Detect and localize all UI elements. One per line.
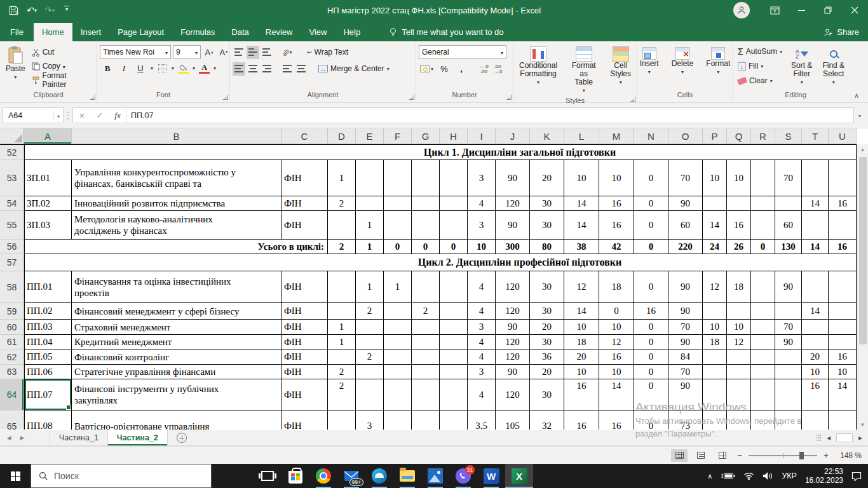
cell-B60[interactable]: Страховий менеджмент — [72, 320, 281, 335]
dialog-launcher-icon[interactable] — [90, 95, 95, 100]
cell-N63[interactable]: 0 — [634, 365, 668, 379]
cell-Q53[interactable]: 10 — [727, 160, 751, 196]
cell-G64[interactable] — [412, 379, 440, 410]
cell-N53[interactable]: 0 — [634, 160, 668, 196]
cell-K56[interactable]: 80 — [530, 240, 564, 254]
sheet-tab-chastyna-2[interactable]: Частина_2 — [108, 430, 168, 445]
cell-C63[interactable]: ФІН — [281, 365, 328, 379]
cell-J60[interactable]: 90 — [496, 320, 530, 335]
cell-M53[interactable]: 10 — [599, 160, 634, 196]
tab-review[interactable]: Review — [257, 23, 301, 41]
cell-I61[interactable]: 4 — [468, 335, 496, 349]
cell-M56[interactable]: 42 — [599, 240, 634, 254]
cell-T63[interactable]: 10 — [802, 365, 829, 379]
column-header-I[interactable]: I — [468, 128, 496, 144]
section-title-52[interactable]: Цикл 1. Дисципліни загальної підготовки — [24, 145, 857, 160]
cell-N58[interactable]: 0 — [634, 271, 668, 303]
cell-F54[interactable] — [384, 196, 412, 211]
cell-G62[interactable] — [412, 349, 440, 365]
cell-R53[interactable] — [751, 160, 775, 196]
font-color-button[interactable]: A — [199, 64, 210, 74]
cell-T53[interactable] — [802, 160, 829, 196]
cell-S62[interactable] — [775, 349, 802, 365]
cell-U63[interactable]: 10 — [829, 365, 857, 379]
cell-H60[interactable] — [440, 320, 468, 335]
sheet-tab-chastyna-1[interactable]: Частина_1 — [50, 430, 108, 445]
cell-L65[interactable]: 16 — [564, 410, 599, 430]
cell-Q55[interactable]: 16 — [727, 211, 751, 240]
cell-E62[interactable]: 2 — [356, 349, 384, 365]
cell-Q58[interactable]: 18 — [727, 271, 751, 303]
cell-I62[interactable]: 4 — [468, 349, 496, 365]
scroll-right-button[interactable] — [855, 435, 865, 441]
cell-O58[interactable]: 90 — [668, 271, 703, 303]
align-left-button[interactable] — [233, 62, 245, 76]
cell-B54[interactable]: Інноваційний розвиток підприємства — [72, 196, 281, 211]
action-center-icon[interactable] — [851, 471, 862, 481]
cell-P59[interactable] — [703, 303, 727, 320]
cell-K62[interactable]: 36 — [530, 349, 564, 365]
cell-C62[interactable]: ФІН — [281, 349, 328, 365]
cell-D59[interactable] — [328, 303, 356, 320]
cell-F56[interactable]: 0 — [384, 240, 412, 254]
cell-J53[interactable]: 90 — [496, 160, 530, 196]
conditional-formatting-button[interactable]: Conditional Formatting — [516, 44, 560, 88]
cell-F64[interactable] — [384, 379, 412, 410]
cell-D56[interactable]: 2 — [328, 240, 356, 254]
cell-K60[interactable]: 20 — [530, 320, 564, 335]
cell-L55[interactable]: 14 — [564, 211, 599, 240]
column-header-D[interactable]: D — [328, 128, 356, 144]
minimize-button[interactable] — [788, 0, 815, 20]
cell-T54[interactable]: 14 — [802, 196, 829, 211]
tab-page-layout[interactable]: Page Layout — [109, 23, 172, 41]
orientation-button[interactable]: ab — [281, 46, 294, 59]
cell-E64[interactable] — [356, 379, 384, 410]
italic-button[interactable]: I — [118, 62, 130, 75]
cell-T64[interactable]: 16 — [802, 379, 829, 410]
cell-E55[interactable]: 1 — [356, 211, 384, 240]
cell-A53[interactable]: ЗП.01 — [24, 160, 72, 196]
bold-button[interactable]: B — [101, 62, 114, 75]
cell-E61[interactable] — [356, 335, 384, 349]
cell-B61[interactable]: Кредитний менеджмент — [72, 335, 281, 349]
column-header-Q[interactable]: Q — [727, 128, 751, 144]
vertical-scroll-thumb[interactable] — [859, 157, 867, 344]
cell-O65[interactable]: 73 — [668, 410, 703, 430]
vertical-scrollbar[interactable] — [857, 144, 868, 430]
cell-M55[interactable]: 16 — [599, 211, 634, 240]
cell-B64[interactable]: Фінансові інструменти у публічних закупі… — [72, 379, 281, 410]
cell-P64[interactable] — [703, 379, 727, 410]
cell-M60[interactable]: 10 — [599, 320, 634, 335]
restore-button[interactable] — [815, 0, 841, 20]
horizontal-scrollbar[interactable] — [817, 430, 868, 445]
cell-I53[interactable]: 3 — [468, 160, 496, 196]
cell-I55[interactable]: 3 — [468, 211, 496, 240]
cell-H53[interactable] — [440, 160, 468, 196]
cell-S63[interactable] — [775, 365, 802, 379]
number-format-combo[interactable]: General — [419, 45, 506, 59]
taskbar-mail[interactable]: 99+ — [337, 464, 365, 488]
cell-I63[interactable]: 3 — [468, 365, 496, 379]
column-header-C[interactable]: C — [281, 128, 328, 144]
cell-M59[interactable]: 0 — [599, 303, 634, 320]
cell-Q59[interactable] — [727, 303, 751, 320]
cell-L62[interactable]: 20 — [564, 349, 599, 365]
new-sheet-button[interactable] — [177, 433, 187, 443]
cancel-entry-button[interactable] — [73, 110, 91, 121]
cell-D62[interactable] — [328, 349, 356, 365]
cell-G60[interactable] — [412, 320, 440, 335]
cell-E54[interactable] — [356, 196, 384, 211]
autosum-button[interactable]: AutoSum — [736, 44, 784, 58]
cell-T60[interactable] — [802, 320, 829, 335]
next-sheet-button[interactable] — [20, 435, 24, 441]
cell-G53[interactable] — [412, 160, 440, 196]
cell-R54[interactable] — [751, 196, 775, 211]
tab-view[interactable]: View — [301, 23, 335, 41]
paste-button[interactable]: Paste — [3, 43, 29, 83]
redo-button[interactable] — [42, 3, 56, 17]
cell-F58[interactable]: 1 — [384, 271, 412, 303]
format-as-table-button[interactable]: Format as Table — [566, 44, 602, 97]
cell-P58[interactable]: 12 — [703, 271, 727, 303]
language-indicator[interactable]: УКР — [782, 471, 797, 480]
format-painter-button[interactable]: Format Painter — [30, 73, 94, 87]
